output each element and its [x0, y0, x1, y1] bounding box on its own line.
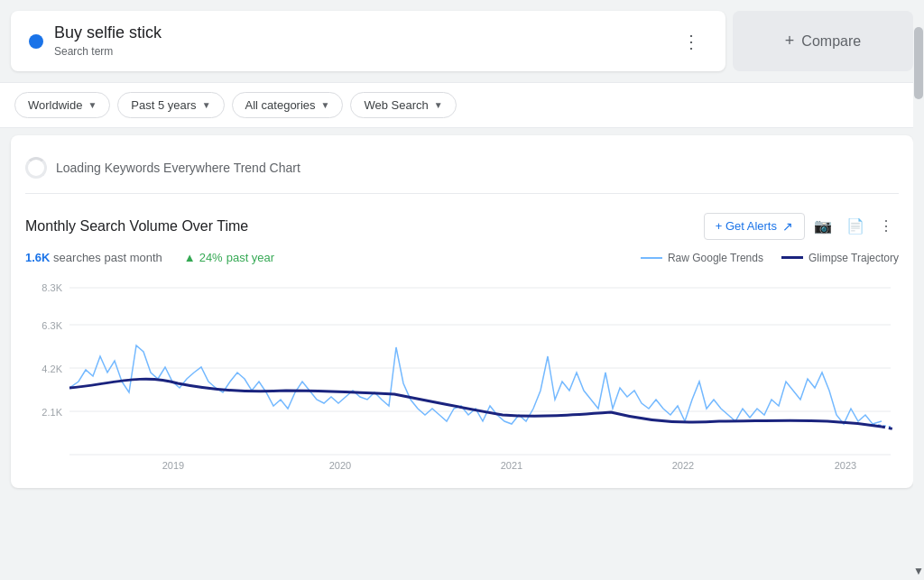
chart-legend: Raw Google Trends Glimpse Trajectory [641, 252, 899, 264]
scroll-down-button[interactable]: ▼ [913, 562, 924, 580]
y-label-6k: 6.3K [42, 320, 62, 331]
document-icon: 📄 [846, 218, 864, 234]
x-label-2020: 2020 [329, 460, 351, 471]
blue-dot-indicator [29, 34, 43, 49]
compare-button[interactable]: + Compare [733, 11, 913, 71]
search-type-label: Web Search [364, 98, 428, 112]
scrollbar-thumb[interactable] [914, 27, 923, 99]
time-period-filter[interactable]: Past 5 years ▼ [117, 92, 224, 118]
compare-label: Compare [801, 33, 861, 50]
category-filter[interactable]: All categories ▼ [232, 92, 344, 118]
stats-row: 1.6K searches past month ▲ 24% past year… [25, 251, 899, 264]
get-alerts-label: + Get Alerts [716, 219, 777, 233]
region-filter[interactable]: Worldwide ▼ [14, 92, 110, 118]
document-button[interactable]: 📄 [841, 212, 870, 240]
x-label-2019: 2019 [162, 460, 184, 471]
chart-area: 8.3K 6.3K 4.2K 2.1K 2019 2020 2021 2022 … [25, 275, 899, 474]
loading-text: Loading Keywords Everywhere Trend Chart [56, 161, 300, 175]
search-term-left: Buy selfie stick Search term [29, 23, 162, 59]
camera-button[interactable]: 📷 [808, 212, 837, 240]
y-label-2k: 2.1K [42, 407, 62, 418]
y-label-4k: 4.2K [42, 364, 62, 374]
search-term-card: Buy selfie stick Search term ⋮ [11, 11, 725, 71]
raw-trends-label: Raw Google Trends [668, 252, 763, 264]
time-period-chevron: ▼ [202, 100, 211, 110]
growth-stat: ▲ 24% past year [184, 251, 274, 264]
compare-plus-icon: + [785, 32, 795, 51]
searches-count: 1.6K [25, 251, 50, 264]
trajectory-line [781, 256, 803, 259]
searches-label: searches past month [53, 251, 162, 264]
search-term-text: Buy selfie stick Search term [54, 23, 162, 59]
loading-bar: Loading Keywords Everywhere Trend Chart [25, 150, 899, 194]
external-link-icon: ↗ [782, 219, 793, 234]
growth-value: 24% [199, 251, 223, 264]
filters-bar: Worldwide ▼ Past 5 years ▼ All categorie… [0, 82, 924, 128]
get-alerts-button[interactable]: + Get Alerts ↗ [704, 213, 805, 240]
scrollbar-track[interactable]: ▼ [913, 0, 924, 580]
chart-svg: 8.3K 6.3K 4.2K 2.1K 2019 2020 2021 2022 … [25, 275, 899, 474]
x-label-2022: 2022 [672, 460, 694, 471]
time-period-label: Past 5 years [131, 98, 196, 112]
main-content: Loading Keywords Everywhere Trend Chart … [11, 135, 913, 488]
growth-arrow-icon: ▲ [184, 251, 196, 264]
trajectory-path [69, 379, 882, 427]
region-label: Worldwide [28, 98, 82, 112]
x-label-2021: 2021 [501, 460, 522, 471]
raw-trends-line [641, 257, 662, 259]
chart-header: Monthly Search Volume Over Time + Get Al… [25, 212, 899, 240]
x-label-2023: 2023 [835, 460, 856, 471]
chart-more-button[interactable]: ⋮ [873, 212, 899, 240]
more-options-button[interactable]: ⋮ [675, 27, 707, 56]
category-chevron: ▼ [321, 100, 330, 110]
loading-spinner [25, 157, 47, 179]
more-icon: ⋮ [682, 32, 700, 51]
chart-title: Monthly Search Volume Over Time [25, 218, 248, 235]
chart-actions: + Get Alerts ↗ 📷 📄 ⋮ [704, 212, 899, 240]
growth-label: past year [226, 251, 274, 264]
camera-icon: 📷 [814, 218, 832, 234]
search-type-filter[interactable]: Web Search ▼ [350, 92, 456, 118]
search-volume-stat: 1.6K searches past month [25, 251, 162, 264]
category-label: All categories [245, 98, 316, 112]
search-term-title: Buy selfie stick [54, 23, 162, 42]
y-label-8k: 8.3K [42, 282, 62, 293]
trajectory-label: Glimpse Trajectory [808, 252, 899, 264]
top-bar: Buy selfie stick Search term ⋮ + Compare [0, 0, 924, 82]
chart-more-icon: ⋮ [879, 218, 893, 234]
search-term-type: Search term [54, 45, 113, 58]
region-chevron: ▼ [88, 100, 97, 110]
raw-trends-legend: Raw Google Trends [641, 252, 763, 264]
trajectory-dotted [882, 427, 895, 429]
trajectory-legend: Glimpse Trajectory [781, 252, 899, 264]
search-type-chevron: ▼ [434, 100, 443, 110]
